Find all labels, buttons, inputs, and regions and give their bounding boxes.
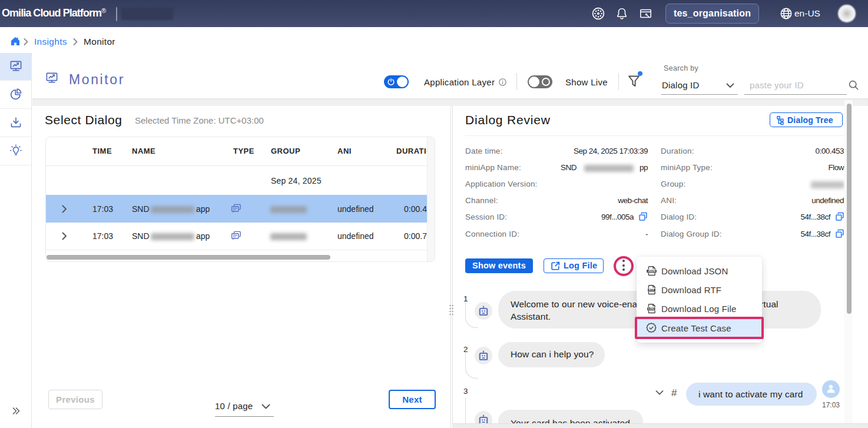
svg-text:JSON: JSON [648, 270, 655, 273]
svg-text:LOG: LOG [648, 307, 654, 310]
svg-text:RTF: RTF [649, 288, 655, 291]
